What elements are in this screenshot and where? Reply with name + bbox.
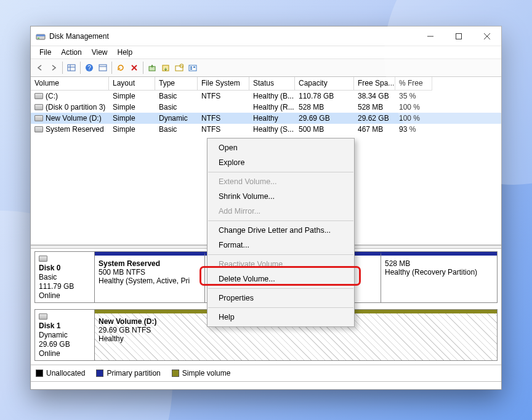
ctx-open[interactable]: Open: [208, 140, 354, 155]
svg-rect-23: [190, 68, 192, 70]
menubar: File Action View Help: [31, 46, 501, 59]
disk-icon: [39, 312, 91, 321]
close-button[interactable]: [473, 26, 501, 46]
toolbar-separator: [62, 62, 63, 74]
ctx-separator: [208, 307, 353, 308]
partition-system-reserved[interactable]: System Reserved 500 MB NTFS Healthy (Sys…: [95, 252, 204, 302]
action-icon-3[interactable]: [173, 61, 185, 75]
svg-line-5: [484, 33, 490, 39]
svg-rect-22: [193, 67, 195, 68]
partition-recovery[interactable]: 528 MB Healthy (Recovery Partition): [381, 252, 497, 302]
ctx-separator: [208, 172, 353, 172]
drive-icon: [34, 115, 43, 121]
svg-rect-1: [36, 34, 45, 36]
legend-unallocated: Unallocated: [36, 369, 85, 378]
help-button[interactable]: ?: [83, 61, 95, 75]
ctx-separator: [208, 254, 353, 255]
refresh-button[interactable]: [115, 61, 127, 75]
disk-icon: [39, 254, 91, 263]
menu-file[interactable]: File: [34, 47, 56, 58]
ctx-explore[interactable]: Explore: [208, 155, 354, 170]
disk-info[interactable]: Disk 1 Dynamic 29.69 GB Online: [34, 309, 95, 361]
svg-rect-7: [68, 65, 75, 71]
svg-rect-20: [189, 65, 196, 71]
ctx-format[interactable]: Format...: [208, 238, 354, 252]
svg-rect-18: [175, 66, 183, 71]
legend: Unallocated Primary partition Simple vol…: [31, 365, 501, 381]
volume-list-header: Volume Layout Type File System Status Ca…: [31, 77, 501, 91]
context-menu: Open Explore Extend Volume... Shrink Vol…: [207, 138, 355, 327]
volume-row-selected[interactable]: New Volume (D:) Simple Dynamic NTFS Heal…: [31, 113, 501, 124]
menu-view[interactable]: View: [87, 47, 113, 58]
titlebar: Disk Management: [31, 26, 501, 46]
svg-text:?: ?: [87, 65, 91, 71]
settings-button[interactable]: [97, 61, 109, 75]
disk-info[interactable]: Disk 0 Basic 111.79 GB Online: [34, 251, 95, 303]
ctx-add-mirror: Add Mirror...: [208, 204, 354, 219]
svg-line-6: [484, 33, 490, 39]
toolbar-separator: [143, 62, 143, 74]
ctx-shrink-volume[interactable]: Shrink Volume...: [208, 189, 354, 204]
col-capacity[interactable]: Capacity: [295, 77, 354, 91]
col-volume[interactable]: Volume: [31, 77, 109, 91]
minimize-button[interactable]: [416, 26, 445, 46]
action-icon-1[interactable]: [146, 61, 158, 75]
forward-button[interactable]: [47, 61, 60, 75]
svg-rect-21: [190, 67, 192, 68]
ctx-properties[interactable]: Properties: [208, 291, 354, 305]
back-button[interactable]: [34, 61, 46, 75]
drive-icon: [34, 93, 43, 99]
volume-row[interactable]: System Reserved Simple Basic NTFS Health…: [31, 124, 501, 135]
drive-icon: [34, 104, 43, 110]
ctx-delete-volume[interactable]: Delete Volume...: [208, 272, 354, 286]
col-pctfree[interactable]: % Free: [395, 77, 432, 91]
window-title: Disk Management: [49, 32, 416, 41]
volume-row[interactable]: (C:) Simple Basic NTFS Healthy (B... 110…: [31, 91, 501, 102]
maximize-button[interactable]: [445, 26, 473, 46]
col-status[interactable]: Status: [249, 77, 295, 91]
ctx-extend-volume: Extend Volume...: [208, 174, 354, 189]
ctx-reactivate-volume: Reactivate Volume: [208, 257, 354, 272]
svg-rect-2: [38, 38, 39, 39]
ctx-change-drive-letter[interactable]: Change Drive Letter and Paths...: [208, 223, 354, 238]
ctx-separator: [208, 288, 353, 289]
ctx-help[interactable]: Help: [208, 310, 354, 325]
legend-simple-volume: Simple volume: [172, 369, 231, 378]
statusbar: [31, 381, 501, 389]
svg-rect-4: [456, 33, 462, 39]
show-hide-tree-button[interactable]: [65, 61, 78, 75]
delete-icon[interactable]: [128, 61, 140, 75]
app-icon: [36, 31, 46, 41]
action-icon-4[interactable]: [187, 61, 199, 75]
toolbar: ?: [31, 59, 501, 77]
menu-action[interactable]: Action: [56, 47, 86, 58]
menu-help[interactable]: Help: [113, 47, 138, 58]
col-filesys[interactable]: File System: [198, 77, 249, 91]
toolbar-separator: [80, 62, 81, 74]
volume-row[interactable]: (Disk 0 partition 3) Simple Basic Health…: [31, 102, 501, 113]
col-type[interactable]: Type: [155, 77, 198, 91]
col-freespace[interactable]: Free Spa...: [354, 77, 395, 91]
drive-icon: [34, 126, 43, 132]
col-layout[interactable]: Layout: [109, 77, 155, 91]
svg-rect-12: [99, 65, 107, 71]
legend-primary: Primary partition: [96, 369, 160, 378]
action-icon-2[interactable]: [159, 61, 172, 75]
toolbar-separator: [111, 62, 112, 74]
ctx-separator: [208, 220, 353, 221]
